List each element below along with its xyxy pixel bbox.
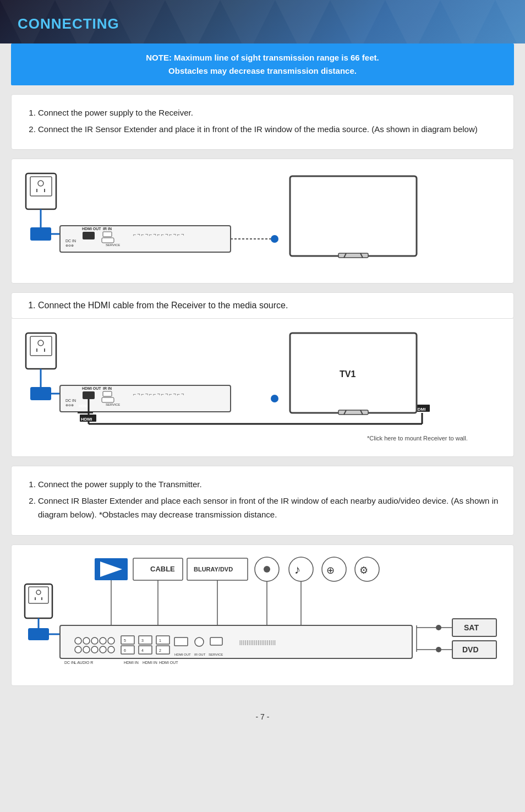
diagram3: CABLE BLURAY/DVD ♪ ⊕ ⚙ [11, 544, 514, 686]
svg-rect-38 [103, 391, 112, 396]
section3-card: Connect the power supply to the Transmit… [11, 466, 514, 536]
note-line2: Obstacles may decrease transmission dist… [168, 66, 357, 75]
svg-point-73 [264, 566, 270, 573]
svg-point-85 [75, 637, 81, 644]
svg-rect-54 [338, 410, 368, 415]
svg-text:IR OUT: IR OUT [194, 653, 206, 656]
svg-text:DC IN: DC IN [65, 399, 76, 402]
svg-rect-20 [290, 176, 417, 256]
svg-text:SERVICE: SERVICE [106, 243, 120, 247]
svg-text:2: 2 [159, 648, 161, 652]
svg-text:HDMI OUT: HDMI OUT [82, 227, 101, 231]
svg-point-93 [100, 646, 106, 653]
svg-point-86 [83, 637, 90, 644]
svg-text:HDMI OUT: HDMI OUT [174, 653, 191, 656]
svg-point-88 [100, 637, 106, 644]
svg-point-109 [195, 637, 204, 646]
diagram1-svg: DC IN ⊕⊖⊕ HDMI OUT IR IN SERVICE ⌐¬⌐¬⌐¬⌐… [20, 168, 505, 273]
page-header: CONNECTING [0, 0, 525, 43]
svg-text:3: 3 [141, 639, 144, 642]
svg-point-92 [91, 646, 98, 653]
svg-rect-21 [338, 253, 368, 258]
page-title: CONNECTING [18, 15, 507, 32]
svg-rect-14 [103, 232, 112, 237]
svg-text:1: 1 [159, 639, 161, 642]
svg-text:L   AUDIO   R: L AUDIO R [74, 661, 93, 664]
svg-text:⊕⊖⊕: ⊕⊖⊕ [65, 244, 74, 247]
svg-point-127 [436, 647, 441, 652]
svg-text:⚙: ⚙ [359, 565, 368, 576]
section3-steps: Connect the power supply to the Transmit… [25, 477, 500, 522]
svg-text:DVD: DVD [462, 645, 479, 654]
svg-text:HDMI IN: HDMI IN [124, 661, 139, 664]
svg-text:SERVICE: SERVICE [209, 653, 223, 656]
svg-text:HDMI OUT: HDMI OUT [82, 386, 101, 390]
section1-step1: Connect the power supply to the Receiver… [38, 106, 500, 120]
cable-label: CABLE [150, 565, 175, 573]
svg-rect-95 [121, 636, 134, 644]
svg-rect-105 [156, 646, 169, 654]
diagram1: DC IN ⊕⊖⊕ HDMI OUT IR IN SERVICE ⌐¬⌐¬⌐¬⌐… [11, 159, 514, 284]
svg-text:HDMI OUT: HDMI OUT [159, 661, 178, 664]
note-box: NOTE: Maximum line of sight transmission… [11, 43, 514, 85]
svg-point-90 [75, 646, 81, 653]
svg-text:HDMI IN: HDMI IN [143, 661, 157, 664]
section2-step1: Connect the HDMI cable from the Receiver… [38, 301, 500, 310]
svg-point-74 [289, 557, 313, 581]
svg-text:IR IN: IR IN [103, 386, 112, 390]
svg-rect-111 [210, 637, 222, 645]
svg-rect-40 [102, 397, 114, 402]
svg-text:||||||||||||||||||||: |||||||||||||||||||| [239, 640, 276, 645]
page-number: - 7 - [0, 706, 525, 728]
svg-rect-101 [121, 646, 134, 654]
svg-text:♪: ♪ [294, 563, 300, 576]
svg-text:DC IN: DC IN [65, 239, 76, 243]
svg-point-51 [271, 395, 278, 402]
section2-card: Connect the HDMI cable from the Receiver… [11, 292, 514, 319]
svg-rect-6 [30, 227, 51, 241]
svg-text:4: 4 [141, 648, 144, 652]
main-content: NOTE: Maximum line of sight transmission… [0, 43, 525, 706]
svg-text:BLURAY/DVD: BLURAY/DVD [194, 566, 233, 573]
svg-rect-16 [102, 238, 114, 243]
section1-steps: Connect the power supply to the Receiver… [25, 106, 500, 136]
svg-rect-36 [83, 391, 95, 399]
svg-text:⊕⊖⊕: ⊕⊖⊕ [65, 404, 74, 407]
section1-card: Connect the power supply to the Receiver… [11, 94, 514, 150]
svg-point-87 [91, 637, 98, 644]
svg-text:⊕: ⊕ [326, 565, 335, 576]
section2-steps: Connect the HDMI cable from the Receiver… [25, 301, 500, 310]
section3-step1: Connect the power supply to the Transmit… [38, 477, 500, 492]
svg-text:5: 5 [124, 639, 126, 642]
page-wrapper: CONNECTING NOTE: Maximum line of sight t… [0, 0, 525, 812]
svg-point-19 [271, 235, 278, 243]
svg-point-89 [108, 637, 114, 644]
svg-rect-99 [156, 636, 169, 644]
svg-text:*Click here to mount Receiver : *Click here to mount Receiver to wall. [367, 435, 468, 442]
svg-text:HDMI: HDMI [81, 417, 92, 422]
diagram2-svg: DC IN ⊕⊖⊕ HDMI OUT IR IN SERVICE ⌐¬⌐¬⌐⌐¬… [20, 328, 505, 446]
svg-text:DC IN: DC IN [64, 661, 75, 664]
svg-rect-12 [83, 232, 95, 239]
svg-text:⌐¬⌐¬⌐¬⌐⌐¬⌐¬⌐¬: ⌐¬⌐¬⌐¬⌐⌐¬⌐¬⌐¬ [133, 232, 185, 237]
svg-rect-64 [28, 628, 49, 640]
section1-step2: Connect the IR Sensor Extender and place… [38, 122, 500, 137]
section3-step2: Connect IR Blaster Extender and place ea… [38, 494, 500, 522]
svg-text:TV1: TV1 [340, 369, 356, 379]
svg-rect-103 [139, 646, 152, 654]
svg-point-94 [108, 646, 114, 653]
svg-text:6: 6 [124, 648, 126, 652]
svg-text:SAT: SAT [464, 623, 479, 632]
page-num-label: - 7 - [256, 712, 270, 721]
svg-point-91 [83, 646, 90, 653]
svg-point-126 [436, 625, 441, 630]
svg-text:⌐¬⌐¬⌐⌐¬⌐¬⌐¬⌐¬: ⌐¬⌐¬⌐⌐¬⌐¬⌐¬⌐¬ [133, 391, 185, 397]
svg-rect-30 [30, 387, 51, 400]
diagram2: DC IN ⊕⊖⊕ HDMI OUT IR IN SERVICE ⌐¬⌐¬⌐⌐¬… [11, 319, 514, 457]
svg-rect-97 [139, 636, 152, 644]
svg-rect-43 [78, 412, 93, 413]
svg-rect-107 [174, 637, 188, 646]
svg-text:IR IN: IR IN [103, 227, 112, 231]
note-line1: NOTE: Maximum line of sight transmission… [146, 53, 379, 62]
svg-text:HDMI: HDMI [79, 404, 89, 408]
